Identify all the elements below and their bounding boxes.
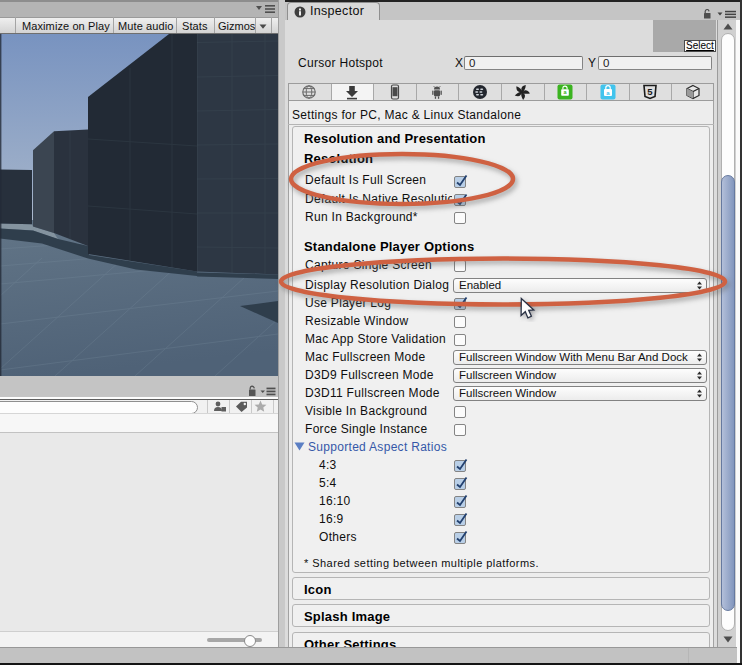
svg-text:5: 5	[647, 86, 653, 97]
